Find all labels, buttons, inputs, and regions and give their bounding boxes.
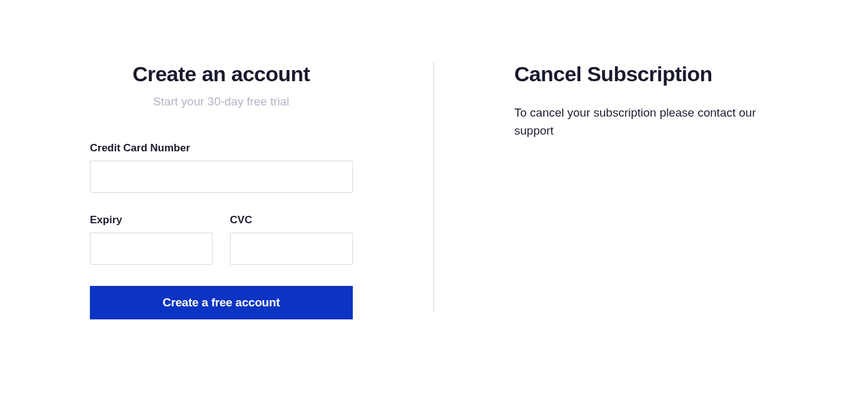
cvc-label: CVC — [230, 214, 353, 226]
cvc-group: CVC — [230, 214, 353, 265]
create-account-heading: Create an account — [90, 62, 353, 86]
cancel-subscription-heading: Cancel Subscription — [515, 62, 779, 86]
cvc-input[interactable] — [230, 233, 353, 265]
create-account-subheading: Start your 30-day free trial — [90, 95, 353, 109]
cancel-subscription-text: To cancel your subscription please conta… — [515, 104, 779, 140]
create-account-button[interactable]: Create a free account — [90, 286, 353, 319]
expiry-input[interactable] — [90, 233, 213, 265]
card-number-label: Credit Card Number — [90, 142, 353, 154]
expiry-group: Expiry — [90, 214, 213, 265]
expiry-label: Expiry — [90, 214, 213, 226]
create-account-panel: Create an account Start your 30-day free… — [90, 62, 433, 319]
card-number-input[interactable] — [90, 161, 353, 193]
cancel-subscription-panel: Cancel Subscription To cancel your subsc… — [434, 62, 779, 319]
card-number-group: Credit Card Number — [90, 142, 353, 193]
